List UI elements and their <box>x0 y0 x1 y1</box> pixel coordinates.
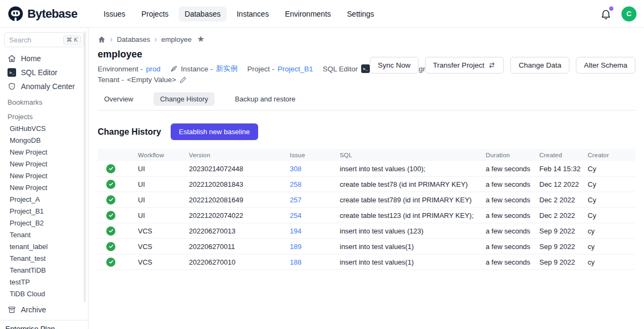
database-meta-row-2: Tenant - <Empty Value> <box>98 76 635 84</box>
table-row[interactable]: VCS 202206270013 194 insert into test va… <box>98 223 635 239</box>
table-row[interactable]: UI 20221202081843 258 create table test7… <box>98 177 635 192</box>
sidebar-project-item[interactable]: New Project <box>0 146 88 158</box>
environment-link[interactable]: prod <box>146 65 160 73</box>
user-avatar[interactable]: C <box>621 6 636 21</box>
created-cell: Sep 9 2022 <box>539 258 588 266</box>
table-row[interactable]: UI 20221202074022 254 create table test1… <box>98 208 635 223</box>
sidebar-item-archive[interactable]: Archive <box>0 303 88 317</box>
database-tabs: Overview Change History Backup and resto… <box>98 92 635 106</box>
sidebar-project-item[interactable]: MongoDB <box>0 134 88 146</box>
sidebar-section-projects: Projects <box>0 108 88 122</box>
tab[interactable]: Backup and restore <box>229 92 302 106</box>
tenant-value: <Empty Value> <box>127 76 176 84</box>
sidebar-project-item[interactable]: Project_A <box>0 193 88 205</box>
creator-cell: Cy <box>588 211 635 220</box>
issue-link[interactable]: 194 <box>290 227 340 235</box>
status-cell <box>98 226 138 236</box>
sidebar-scrollbar[interactable] <box>84 31 86 302</box>
tab[interactable]: Overview <box>98 92 140 106</box>
edit-pencil-icon[interactable] <box>179 76 187 84</box>
nav-link[interactable]: Settings <box>341 6 380 21</box>
success-status-icon <box>106 195 115 204</box>
workflow-cell: UI <box>138 211 189 220</box>
brand-name: Bytebase <box>27 7 77 21</box>
table-row[interactable]: VCS 202206270011 189 insert into test va… <box>98 239 635 254</box>
issue-link[interactable]: 188 <box>290 258 340 266</box>
nav-link[interactable]: Databases <box>179 6 226 21</box>
created-cell: Dec 2 2022 <box>539 211 588 220</box>
creator-cell: Cy <box>588 196 635 204</box>
issue-link[interactable]: 257 <box>290 196 340 204</box>
nav-link[interactable]: Instances <box>231 6 275 21</box>
sync-now-button[interactable]: Sync Now <box>370 57 419 74</box>
notification-bell-icon[interactable] <box>600 8 612 20</box>
creator-cell: Cy <box>588 165 635 173</box>
sidebar-project-item[interactable]: GitHubVCS <box>0 122 88 134</box>
archive-icon <box>8 305 16 314</box>
sidebar-project-item[interactable]: New Project <box>0 170 88 181</box>
breadcrumb-employee[interactable]: employee <box>162 35 192 43</box>
version-cell: 20230214072448 <box>189 165 290 173</box>
sidebar-project-item[interactable]: New Project <box>0 181 88 193</box>
bookmark-star-icon[interactable]: ★ <box>197 35 204 43</box>
shield-icon <box>8 82 16 91</box>
breadcrumb: › Databases › employee ★ <box>98 35 635 43</box>
tab[interactable]: Change History <box>153 92 215 106</box>
sidebar-item-home[interactable]: Home <box>0 52 88 65</box>
nav-link[interactable]: Projects <box>135 6 174 21</box>
sidebar-project-item[interactable]: TenantTiDB <box>0 264 88 276</box>
sidebar-project-item[interactable]: New Project <box>0 158 88 170</box>
search-input[interactable] <box>9 36 55 44</box>
table-header-row: Workflow Version Issue SQL Duration Crea… <box>98 149 635 161</box>
sidebar-item-label: Home <box>21 54 41 63</box>
change-history-table: Workflow Version Issue SQL Duration Crea… <box>98 149 635 270</box>
sidebar-project-item[interactable]: testTP <box>0 276 88 288</box>
sidebar-project-item[interactable]: Tenant <box>0 229 88 240</box>
workflow-cell: UI <box>138 196 189 204</box>
transfer-arrows-icon <box>488 61 496 69</box>
meta-project: Project - Project_B1 <box>247 65 313 73</box>
instance-link[interactable]: 新实例 <box>216 64 238 74</box>
navbar-right: C <box>600 6 636 21</box>
breadcrumb-home-icon[interactable] <box>98 35 106 43</box>
issue-link[interactable]: 258 <box>290 180 340 188</box>
sidebar-projects-list: GitHubVCS MongoDB New Project New Projec… <box>0 122 88 299</box>
nav-link[interactable]: Issues <box>98 6 131 21</box>
sidebar-project-item[interactable]: Tenant_test <box>0 252 88 264</box>
workflow-cell: VCS <box>138 227 189 235</box>
sidebar-item-anomaly-center[interactable]: Anomaly Center <box>0 79 88 93</box>
created-cell: Dec 2 2022 <box>539 196 588 204</box>
duration-cell: a few seconds <box>486 243 539 251</box>
sidebar-item-sql-editor[interactable]: >_ SQL Editor <box>0 65 88 79</box>
nav-link[interactable]: Environments <box>279 6 337 21</box>
issue-link[interactable]: 254 <box>290 211 340 220</box>
search-box[interactable]: ⌘ K <box>4 32 84 47</box>
table-row[interactable]: VCS 202206270010 188 insert into test va… <box>98 254 635 270</box>
transfer-project-button[interactable]: Transfer Project <box>425 57 504 74</box>
sql-cell: create table test123 (id int PRIMARY KEY… <box>340 211 486 220</box>
sql-cell: insert into test values (123) <box>340 227 486 235</box>
duration-cell: a few seconds <box>486 258 539 266</box>
table-row[interactable]: UI 20221202081649 257 create table test7… <box>98 192 635 208</box>
table-column-header: Duration <box>486 152 539 158</box>
sidebar-project-item[interactable]: TiDB Cloud <box>0 288 88 299</box>
sidebar-project-item[interactable]: tenant_label <box>0 240 88 252</box>
issue-link[interactable]: 308 <box>290 165 340 173</box>
sidebar-project-item[interactable]: Project_B1 <box>0 205 88 217</box>
establish-baseline-button[interactable]: Establish new baseline <box>171 123 258 140</box>
creator-cell: cy <box>588 227 635 235</box>
table-row[interactable]: UI 20230214072448 308 insert into test v… <box>98 161 635 177</box>
status-cell <box>98 242 138 251</box>
alter-schema-button[interactable]: Alter Schema <box>576 57 635 74</box>
breadcrumb-databases[interactable]: Databases <box>117 35 150 43</box>
issue-link[interactable]: 189 <box>290 243 340 251</box>
database-actions: Sync Now Transfer Project Change Data Al… <box>370 57 635 74</box>
sidebar-project-item[interactable]: Project_B2 <box>0 217 88 229</box>
status-cell <box>98 164 138 173</box>
breadcrumb-separator: › <box>110 35 113 43</box>
bytebase-logo[interactable]: Bytebase <box>8 6 89 22</box>
created-cell: Sep 9 2022 <box>539 227 588 235</box>
sql-editor-shortcut[interactable]: SQL Editor >_ <box>323 64 370 73</box>
change-data-button[interactable]: Change Data <box>510 57 569 74</box>
project-link[interactable]: Project_B1 <box>277 65 313 73</box>
